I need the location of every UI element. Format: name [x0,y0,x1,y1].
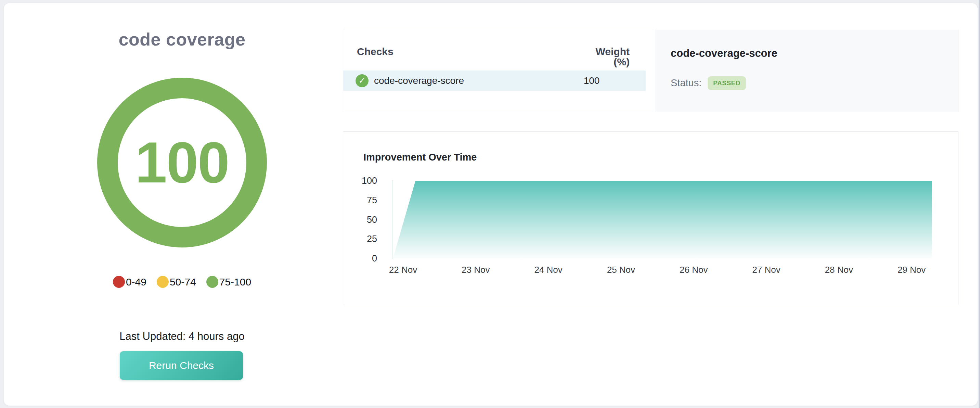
check-passed-icon: ✓ [356,74,369,87]
legend-item-mid: 50-74 [157,276,196,288]
x-tick-label: 22 Nov [389,265,417,275]
check-name: code-coverage-score [374,75,464,86]
improvement-area-chart: 1007550250 22 Nov23 Nov24 Nov25 Nov26 No… [343,132,958,304]
status-label: Status: [671,77,702,89]
x-tick-label: 25 Nov [607,265,635,275]
weight-column-header: Weight (%) [578,46,630,67]
y-tick-label: 0 [372,253,377,263]
red-dot-icon [113,276,125,288]
checks-column-header: Checks [357,46,393,57]
rerun-checks-button[interactable]: Rerun Checks [120,351,243,380]
table-row[interactable]: ✓ code-coverage-score 100 [343,70,646,91]
improvement-chart-panel: Improvement Over Time 1007550250 22 Nov2… [343,131,958,304]
legend-item-high: 75-100 [206,276,251,288]
status-line: Status: PASSED [671,76,746,90]
y-tick-label: 75 [367,195,377,206]
legend-item-low: 0-49 [113,276,146,288]
score-gauge: 100 [97,78,267,247]
check-detail-title: code-coverage-score [671,47,778,59]
right-edge-divider [978,0,980,408]
main-card: code coverage 100 0-49 50-74 75-100 Last… [3,3,978,406]
score-value: 100 [135,134,229,191]
y-tick-label: 50 [367,215,377,225]
y-tick-label: 25 [367,234,377,244]
checks-table-panel: Checks Weight (%) ✓ code-coverage-score … [343,30,653,112]
check-weight-value: 100 [566,75,617,86]
page-title: code coverage [93,29,271,49]
x-tick-label: 29 Nov [897,265,926,275]
last-updated-text: Last Updated: 4 hours ago [93,330,271,343]
status-badge: PASSED [708,76,746,90]
check-detail-panel: code-coverage-score Status: PASSED [655,30,958,112]
y-axis-ticks: 1007550250 [362,175,377,263]
x-tick-label: 28 Nov [825,265,853,275]
x-tick-label: 24 Nov [534,265,562,275]
score-summary-panel: code coverage 100 0-49 50-74 75-100 Last… [93,3,271,406]
green-dot-icon [206,276,218,288]
x-tick-label: 26 Nov [679,265,708,275]
amber-dot-icon [157,276,169,288]
x-tick-label: 27 Nov [752,265,780,275]
area-series [393,181,932,258]
y-tick-label: 100 [362,175,377,186]
x-axis-ticks: 22 Nov23 Nov24 Nov25 Nov26 Nov27 Nov28 N… [389,265,926,275]
x-tick-label: 23 Nov [461,265,490,275]
score-legend: 0-49 50-74 75-100 [93,276,271,288]
